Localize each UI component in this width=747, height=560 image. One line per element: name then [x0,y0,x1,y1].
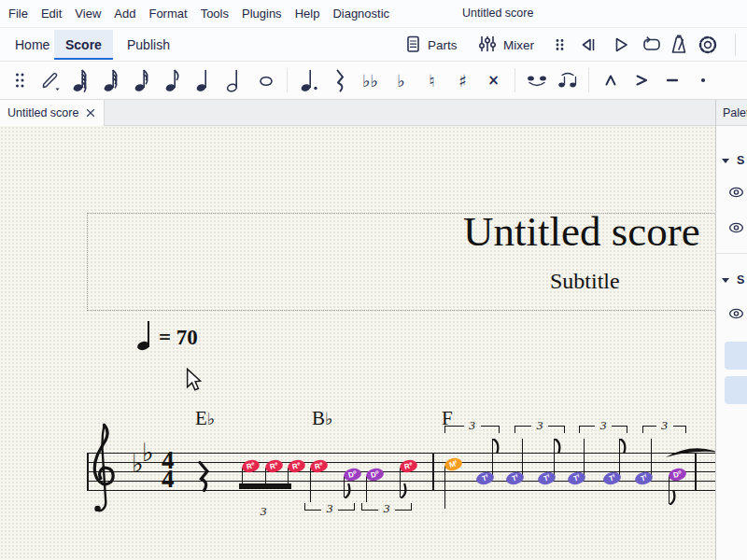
sharp-button[interactable]: ♯ [449,65,477,95]
tuplet-bracket [395,503,412,511]
tuplet-bracket [304,503,321,511]
loop-playback-button[interactable] [641,33,662,57]
close-icon[interactable] [86,108,95,118]
tuplet-number[interactable]: 3 [469,418,475,433]
menu-item-plugins[interactable]: Plugins [235,3,289,24]
slur-button[interactable] [554,65,582,95]
64th-note-button[interactable] [67,65,95,95]
tuplet-number[interactable]: 3 [537,418,543,433]
visibility-eye-icon[interactable] [726,221,746,238]
tuplet-bracket [642,426,656,433]
menu-item-file[interactable]: File [2,3,35,24]
tuplet-number[interactable]: 3 [661,418,668,433]
whole-note-button[interactable] [252,65,280,95]
score-title[interactable]: Untitled score [463,207,700,256]
barline[interactable] [432,453,434,491]
tuplet-bracket [514,426,531,433]
tuplet-bracket [338,503,355,511]
toolbar-separator [514,68,515,92]
time-signature[interactable]: 44 [162,451,175,488]
tuplet-bracket [481,426,500,433]
play-button[interactable] [610,33,630,57]
double-flat-button[interactable]: ♭♭ [357,65,385,95]
chevron-down-icon [722,278,729,283]
tuplet-number[interactable]: 3 [327,501,333,516]
panel-divider [716,253,747,254]
tab-score[interactable]: Score [54,30,113,60]
panel-section-2[interactable]: S [722,273,747,287]
window-title: Untitled score [462,7,533,20]
natural-button[interactable]: ♮ [418,65,446,95]
score-subtitle[interactable]: Subtitle [550,269,620,294]
slur[interactable] [665,446,715,460]
tab-publish[interactable]: Publish [116,30,181,60]
chevron-down-icon [722,159,729,163]
mouse-cursor [186,368,202,392]
tuplet-bracket [361,503,378,511]
quarter-note-button[interactable] [190,65,218,95]
half-note-button[interactable] [221,65,249,95]
document-tab[interactable]: Untitled score [0,100,105,126]
tenuto-button[interactable] [658,65,686,95]
tuplet-bracket [579,426,595,433]
rest-button[interactable] [326,65,354,95]
menu-bar: FileEditViewAddFormatToolsPluginsHelpDia… [0,0,747,28]
tuplet-number[interactable]: 3 [384,501,390,516]
toolbar-drag-handle[interactable] [6,65,34,95]
tuplet-bracket [548,426,565,433]
quarter-rest[interactable] [196,461,211,493]
visibility-eye-icon[interactable] [726,307,746,324]
palettes-panel: Palettes S S [715,100,747,560]
32nd-note-button[interactable] [98,65,126,95]
eighth-note-button[interactable] [160,65,188,95]
marcato-button[interactable] [597,65,625,95]
tuplet-number[interactable]: 3 [600,418,607,433]
menu-item-view[interactable]: View [68,3,107,24]
mixer-icon [477,34,498,57]
treble-clef-icon[interactable] [88,422,120,523]
menu-item-edit[interactable]: Edit [35,3,68,24]
toolbar-separator [588,68,589,92]
note-input-button[interactable] [36,65,64,95]
flat-button[interactable]: ♭ [388,65,416,95]
panel-button-2[interactable] [725,376,747,404]
staff-line [87,481,715,482]
menu-item-tools[interactable]: Tools [194,3,235,24]
chord-symbol[interactable]: E♭ [195,407,215,430]
tuplet-bracket [673,426,687,433]
parts-icon [403,34,422,57]
panel-button-1[interactable] [725,342,747,370]
palettes-panel-title: Palettes [716,106,747,119]
visibility-eye-icon[interactable] [726,186,746,203]
toolbar-separator [287,68,288,92]
note-input-toolbar: ♭♭♭♮♯× [0,62,747,100]
tempo-marking[interactable]: = 70 [136,317,239,359]
toolbar-separator [735,34,736,56]
metronome-button[interactable] [669,33,689,57]
parts-button[interactable]: Parts [403,33,458,57]
double-sharp-button[interactable]: × [480,65,508,95]
document-tab-strip: Untitled score [0,100,747,126]
mixer-button[interactable]: Mixer [477,33,534,57]
augmentation-dot-button[interactable] [295,65,323,95]
tuplet-number[interactable]: 3 [261,504,267,519]
16th-note-button[interactable] [129,65,157,95]
tie-button[interactable] [523,65,551,95]
playback-settings-button[interactable] [697,33,719,57]
playback-drag-handle[interactable] [554,33,566,57]
key-signature-flat[interactable]: ♭ [142,438,154,467]
panel-section-1[interactable]: S [722,154,747,167]
tuplet-bracket [444,426,464,433]
document-tab-label: Untitled score [7,106,78,119]
score-canvas[interactable]: Untitled score Subtitle = 70 E♭B♭F ♭♭44 … [0,126,715,560]
palettes-panel-header[interactable]: Palettes [716,100,747,126]
menu-item-help[interactable]: Help [289,3,327,24]
accent-button[interactable] [627,65,655,95]
tab-home[interactable]: Home [4,30,61,60]
menu-item-add[interactable]: Add [107,3,142,24]
menu-item-format[interactable]: Format [142,3,193,24]
chord-symbol[interactable]: B♭ [312,407,332,430]
staccato-button[interactable] [689,65,717,95]
rewind-button[interactable] [578,33,599,57]
menu-item-diagnostic[interactable]: Diagnostic [326,3,396,24]
